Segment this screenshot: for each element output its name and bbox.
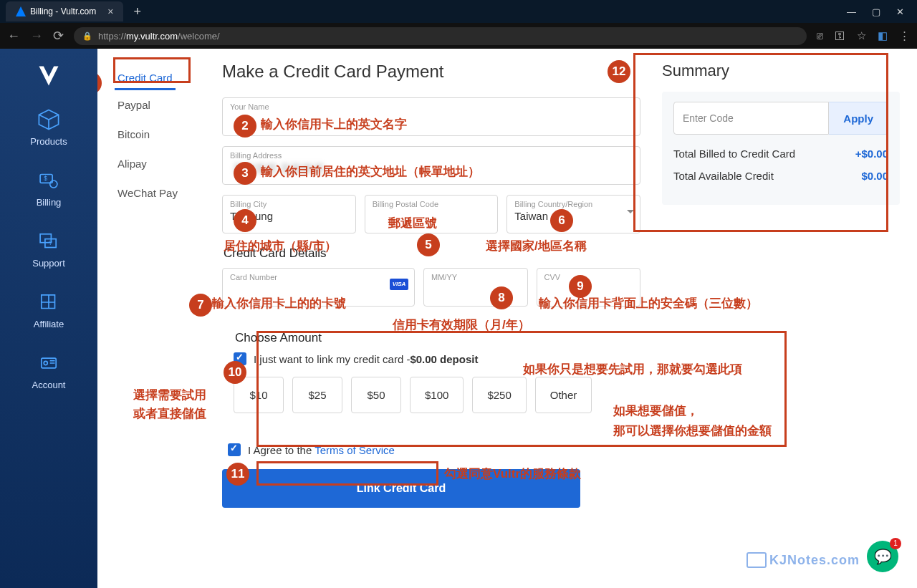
annotation-text-10e: 那可以選擇你想要儲值的金額 bbox=[613, 423, 772, 439]
annotation-text-7: 輸入你信用卡上的的卡號 bbox=[212, 295, 346, 312]
url-scheme: https:// bbox=[98, 31, 126, 42]
annotation-text-5: 郵遞區號 bbox=[388, 215, 437, 231]
annotation-text-11: 勾選同意Vultr的服務條款 bbox=[444, 466, 581, 482]
amount-250[interactable]: $250 bbox=[472, 377, 526, 413]
key-icon[interactable]: ⚿ bbox=[835, 29, 845, 42]
new-tab-button[interactable]: + bbox=[128, 4, 147, 19]
sidebar-item-support[interactable]: ? Support bbox=[0, 222, 97, 279]
lock-icon: 🔒 bbox=[82, 32, 92, 41]
account-icon bbox=[37, 351, 61, 375]
address-bar[interactable]: 🔒 https://my.vultr.com/welcome/ bbox=[74, 27, 807, 45]
summary-billed-label: Total Billed to Credit Card bbox=[673, 148, 795, 160]
vultr-logo[interactable] bbox=[36, 63, 62, 89]
annotation-text-10d: 如果想要儲值， bbox=[613, 403, 698, 419]
watermark: KJNotes.com bbox=[746, 552, 860, 568]
amount-other[interactable]: Other bbox=[535, 377, 592, 413]
summary-credit-value: $0.00 bbox=[861, 170, 888, 182]
tab-wechat-pay[interactable]: WeChat Pay bbox=[115, 178, 215, 208]
support-icon: ? bbox=[37, 229, 61, 254]
sidebar-item-affiliate[interactable]: Affiliate bbox=[0, 283, 97, 339]
svg-text:$: $ bbox=[44, 175, 47, 182]
country-field[interactable]: Billing Country/Region Taiwan bbox=[506, 195, 640, 233]
extension-icon[interactable]: ◧ bbox=[878, 29, 888, 42]
page-title: Make a Credit Card Payment bbox=[222, 62, 640, 82]
annotation-badge-2: 2 bbox=[234, 115, 256, 138]
chat-button[interactable]: 💬 1 bbox=[867, 541, 898, 572]
tab-credit-card[interactable]: Credit Card bbox=[115, 63, 176, 90]
reload-button[interactable]: ⟳ bbox=[53, 28, 64, 44]
promo-code-input[interactable]: Enter Code bbox=[673, 102, 829, 135]
url-path: /welcome/ bbox=[178, 31, 220, 42]
annotation-text-10c: 如果你只是想要先試用，那就要勾選此項 bbox=[523, 361, 742, 377]
chat-icon: 💬 bbox=[874, 548, 892, 565]
chevron-down-icon bbox=[627, 210, 634, 217]
back-button[interactable]: ← bbox=[7, 29, 20, 44]
summary-credit-label: Total Available Credit bbox=[673, 170, 774, 182]
amount-50[interactable]: $50 bbox=[351, 377, 401, 413]
summary-heading: Summary bbox=[662, 62, 900, 80]
maximize-button[interactable]: ▢ bbox=[872, 6, 880, 17]
annotation-text-10a: 選擇需要試用 bbox=[133, 387, 206, 403]
annotation-badge-9: 9 bbox=[569, 275, 592, 298]
annotation-badge-7: 7 bbox=[189, 294, 212, 317]
amount-100[interactable]: $100 bbox=[410, 377, 464, 413]
annotation-text-10b: 或者直接儲值 bbox=[133, 405, 206, 422]
window-titlebar: Billing - Vultr.com × + ― ▢ ✕ bbox=[0, 0, 917, 23]
affiliate-icon bbox=[37, 290, 61, 314]
desktop-icon[interactable]: ⎚ bbox=[817, 29, 823, 42]
tos-link[interactable]: Terms of Service bbox=[315, 444, 395, 456]
choose-amount-heading: Choose Amount bbox=[235, 331, 629, 345]
apply-code-button[interactable]: Apply bbox=[829, 102, 888, 135]
tab-alipay[interactable]: Alipay bbox=[115, 149, 215, 178]
browser-toolbar: ← → ⟳ 🔒 https://my.vultr.com/welcome/ ⎚ … bbox=[0, 23, 917, 49]
bookmark-star-icon[interactable]: ☆ bbox=[857, 29, 866, 42]
annotation-text-6: 選擇國家/地區名稱 bbox=[486, 238, 587, 254]
svg-point-2 bbox=[50, 180, 57, 188]
sidebar-item-account[interactable]: Account bbox=[0, 344, 97, 400]
url-domain: my.vultr.com bbox=[126, 31, 178, 42]
amount-25[interactable]: $25 bbox=[292, 377, 342, 413]
annotation-badge-6: 6 bbox=[550, 209, 573, 232]
visa-icon: VISA bbox=[390, 279, 408, 290]
close-tab-icon[interactable]: × bbox=[107, 6, 113, 17]
annotation-text-4: 居住的城市（縣/市） bbox=[224, 238, 337, 254]
billing-icon: $ bbox=[37, 168, 61, 193]
amount-10[interactable]: $10 bbox=[234, 377, 284, 413]
annotation-badge-3: 3 bbox=[234, 162, 256, 185]
chat-badge: 1 bbox=[890, 538, 901, 549]
annotation-badge-5: 5 bbox=[417, 233, 440, 256]
payment-method-tabs: Credit Card Paypal Bitcoin Alipay WeChat… bbox=[115, 56, 215, 508]
annotation-badge-10: 10 bbox=[224, 361, 246, 384]
annotation-text-8: 信用卡有效期限（月/年） bbox=[393, 317, 530, 333]
products-icon bbox=[37, 107, 61, 132]
svg-point-7 bbox=[44, 361, 47, 365]
tos-label: I Agree to the Terms of Service bbox=[248, 444, 395, 456]
tab-paypal[interactable]: Paypal bbox=[115, 90, 215, 120]
vultr-favicon bbox=[16, 6, 26, 16]
annotation-badge-12: 12 bbox=[608, 60, 630, 83]
minimize-button[interactable]: ― bbox=[847, 6, 856, 17]
tab-title: Billing - Vultr.com bbox=[30, 6, 96, 16]
annotation-badge-8: 8 bbox=[490, 286, 513, 309]
tos-checkbox[interactable] bbox=[228, 443, 241, 456]
sidebar-item-billing[interactable]: $ Billing bbox=[0, 161, 97, 218]
sidebar-item-products[interactable]: Products bbox=[0, 100, 97, 157]
summary-card: Enter Code Apply Total Billed to Credit … bbox=[662, 92, 900, 205]
svg-text:?: ? bbox=[49, 239, 52, 246]
annotation-badge-11: 11 bbox=[226, 463, 249, 486]
close-window-button[interactable]: ✕ bbox=[896, 6, 904, 17]
annotation-text-3: 輸入你目前居住的英文地址（帳單地址） bbox=[261, 163, 480, 180]
tab-bitcoin[interactable]: Bitcoin bbox=[115, 120, 215, 149]
summary-billed-value: +$0.00 bbox=[855, 148, 888, 160]
forward-button[interactable]: → bbox=[30, 29, 43, 44]
annotation-text-9: 輸入你信用卡背面上的安全碼（三位數） bbox=[539, 295, 758, 312]
annotation-text-2: 輸入你信用卡上的英文名字 bbox=[261, 116, 407, 132]
annotation-badge-4: 4 bbox=[234, 209, 256, 232]
browser-tab-active[interactable]: Billing - Vultr.com × bbox=[6, 1, 123, 21]
app-sidebar: Products $ Billing ? Support Affiliate A… bbox=[0, 49, 97, 588]
menu-icon[interactable]: ⋮ bbox=[899, 29, 910, 42]
